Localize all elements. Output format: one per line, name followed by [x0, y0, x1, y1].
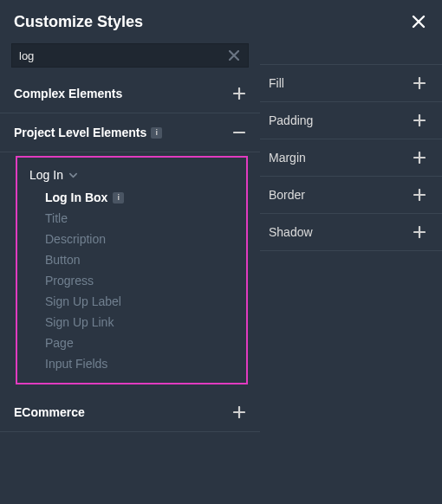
prop-label: Fill: [269, 76, 284, 90]
tree-item-label: Description: [45, 232, 106, 246]
tree-item-label: Log In Box: [45, 191, 107, 204]
search-clear-button[interactable]: [225, 47, 243, 64]
expand-icon: [413, 225, 426, 239]
tree-item-button[interactable]: Button: [45, 249, 241, 270]
expand-icon: [413, 76, 426, 90]
expand-icon: [232, 87, 246, 100]
page-title: Customize Styles: [14, 13, 143, 31]
close-icon: [229, 50, 239, 61]
prop-border[interactable]: Border: [260, 177, 442, 214]
section-label: Complex Elements: [14, 87, 122, 100]
expand-icon: [413, 113, 426, 127]
tree-children: Log In Box i Title Description Button Pr…: [23, 187, 241, 374]
chevron-down-icon: [68, 169, 80, 181]
section-project-level-elements[interactable]: Project Level Elements i: [0, 113, 260, 152]
tree-item-label: Sign Up Link: [45, 315, 114, 329]
prop-label: Margin: [269, 151, 306, 165]
tree-item-description[interactable]: Description: [45, 229, 241, 249]
info-icon: i: [151, 127, 162, 139]
expand-icon: [413, 151, 426, 165]
right-column: Fill Padding Margin Border Shadow: [260, 43, 442, 432]
expand-icon: [232, 405, 246, 419]
prop-padding[interactable]: Padding: [260, 102, 442, 139]
tree-item-label: Sign Up Label: [45, 294, 121, 308]
close-icon: [412, 15, 426, 29]
tree-item-sign-up-label[interactable]: Sign Up Label: [45, 291, 241, 312]
prop-shadow[interactable]: Shadow: [260, 214, 442, 251]
prop-label: Shadow: [269, 225, 313, 239]
search-wrap: [11, 43, 249, 68]
expand-icon: [413, 188, 426, 202]
tree-parent-label: Log In: [29, 168, 63, 182]
tree-item-title[interactable]: Title: [45, 208, 241, 229]
section-ecommerce[interactable]: ECommerce: [0, 393, 260, 432]
tree-item-page[interactable]: Page: [45, 333, 241, 353]
collapse-icon: [232, 126, 246, 139]
left-column: Complex Elements Project Level Elements …: [0, 43, 260, 432]
tree-item-label: Page: [45, 336, 74, 350]
prop-margin[interactable]: Margin: [260, 139, 442, 177]
prop-label: Border: [269, 188, 305, 202]
prop-fill[interactable]: Fill: [260, 64, 442, 102]
tree-item-progress[interactable]: Progress: [45, 270, 241, 291]
tree-item-label: Progress: [45, 274, 94, 288]
tree-item-label: Button: [45, 253, 80, 267]
info-icon: i: [113, 192, 124, 204]
tree-item-label: Title: [45, 211, 68, 225]
section-label: ECommerce: [14, 405, 85, 419]
tree-item-label: Input Fields: [45, 357, 107, 371]
highlight-box: Log In Log In Box i Title Description Bu…: [16, 156, 248, 384]
tree-item-log-in-box[interactable]: Log In Box i: [45, 187, 241, 208]
section-label: Project Level Elements i: [14, 126, 162, 139]
prop-label: Padding: [269, 113, 313, 127]
tree-item-input-fields[interactable]: Input Fields: [45, 353, 241, 374]
search-input[interactable]: [17, 48, 225, 64]
tree-item-sign-up-link[interactable]: Sign Up Link: [45, 312, 241, 333]
section-complex-elements[interactable]: Complex Elements: [0, 74, 260, 113]
close-button[interactable]: [409, 12, 428, 31]
tree-parent-login[interactable]: Log In: [23, 163, 241, 187]
